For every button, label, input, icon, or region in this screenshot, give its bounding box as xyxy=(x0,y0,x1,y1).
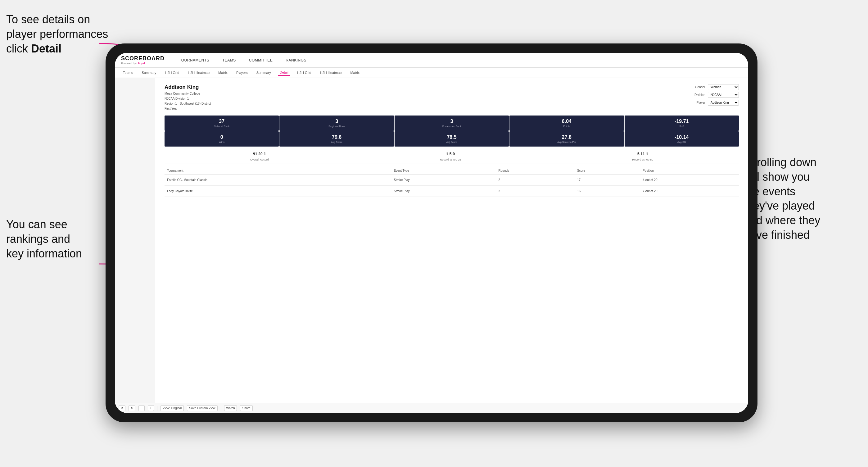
subnav-teams[interactable]: Teams xyxy=(121,70,135,75)
stats-row-1: 37 National Rank 3 Regional Rank 3 Confe… xyxy=(164,116,739,131)
record-row: 91-20-1 Overall Record 1-5-0 Record vs t… xyxy=(164,150,739,164)
subnav-players[interactable]: Players xyxy=(235,70,250,75)
watch-button[interactable]: Watch xyxy=(224,405,237,411)
annotation-detail-bold: Detail xyxy=(31,42,61,55)
stat-avg-score-label: Avg Score xyxy=(281,141,392,144)
save-custom-button[interactable]: Save Custom View xyxy=(187,405,217,411)
stat-national-rank-value: 37 xyxy=(166,119,277,124)
nav-teams[interactable]: TEAMS xyxy=(220,57,238,64)
zoom-in-button[interactable]: + xyxy=(148,405,154,411)
stat-avg-score-par-label: Avg Score to Par xyxy=(511,141,622,144)
stat-sos: -19.71 SoS xyxy=(625,116,739,131)
stat-avg-score: 79.6 Avg Score xyxy=(279,131,394,147)
tablet: SCOREBOARD Powered by clippd TOURNAMENTS… xyxy=(105,43,757,422)
row2-score: 16 xyxy=(575,186,640,197)
record-top50-label: Record vs top 50 xyxy=(632,158,653,161)
annotation-top-left: To see details on player performances cl… xyxy=(6,12,112,56)
stat-avg-score-par: 27.8 Avg Score to Par xyxy=(509,131,624,147)
stat-wins: 0 Wins xyxy=(164,131,279,147)
player-name: Addison King xyxy=(164,84,211,90)
gender-label: Gender xyxy=(695,85,705,89)
main-content: Addison King Mesa Community College NJCA… xyxy=(115,78,748,403)
stat-sos-label: SoS xyxy=(626,125,737,128)
stat-conference-rank: 3 Conference Rank xyxy=(395,116,509,131)
annotation-right: Scrolling down will show you the events … xyxy=(744,155,862,243)
annotation-bl-2: rankings and xyxy=(6,232,70,245)
toolbar-sep-2 xyxy=(221,406,221,411)
subnav-h2hheatmap[interactable]: H2H Heatmap xyxy=(186,70,211,75)
undo-button[interactable]: ↺ xyxy=(119,405,125,411)
subnav-matrix[interactable]: Matrix xyxy=(216,70,229,75)
player-controls: Gender Women Men Division NJCAA I xyxy=(694,84,739,105)
logo-scoreboard: SCOREBOARD xyxy=(121,55,164,62)
player-division: NJCAA Division 1 xyxy=(164,97,189,100)
toolbar-sep-1 xyxy=(157,406,157,411)
stat-regional-rank-label: Regional Rank xyxy=(281,125,392,128)
stat-points-value: 6.04 xyxy=(511,119,622,124)
zoom-out-button[interactable]: − xyxy=(138,405,145,411)
subnav-matrix2[interactable]: Matrix xyxy=(348,70,361,75)
stat-wins-label: Wins xyxy=(166,141,277,144)
subnav-h2hgrid[interactable]: H2H Grid xyxy=(163,70,181,75)
player-region: Region 1 - Southwest (18) District xyxy=(164,102,211,105)
player-year: First Year xyxy=(164,107,178,110)
subnav-summary[interactable]: Summary xyxy=(140,70,158,75)
row1-position: 4 out of 20 xyxy=(640,175,739,186)
tablet-screen: SCOREBOARD Powered by clippd TOURNAMENTS… xyxy=(115,53,748,413)
gender-select[interactable]: Women Men xyxy=(708,84,739,90)
subnav-detail[interactable]: Detail xyxy=(278,69,290,76)
division-select[interactable]: NJCAA I NJCAA II xyxy=(708,92,739,98)
stat-wins-value: 0 xyxy=(166,134,277,140)
stat-national-rank-label: National Rank xyxy=(166,125,277,128)
row2-rounds: 2 xyxy=(496,186,575,197)
record-top25: 1-5-0 Record vs top 25 xyxy=(440,152,461,162)
stats-row-2: 0 Wins 79.6 Avg Score 78.5 Adj Score 2 xyxy=(164,131,739,147)
annotation-bl-1: You can see xyxy=(6,218,67,231)
player-college: Mesa Community College xyxy=(164,92,200,95)
player-control: Player Addison King xyxy=(696,100,739,105)
nav-rankings[interactable]: RANKINGS xyxy=(284,57,308,64)
annotation-bl-3: key information xyxy=(6,247,82,260)
row2-position: 7 out of 20 xyxy=(640,186,739,197)
view-original-button[interactable]: View: Original xyxy=(160,405,184,411)
player-label: Player xyxy=(696,101,705,104)
division-control: Division NJCAA I NJCAA II xyxy=(694,92,739,98)
stat-adj-score: 78.5 Adj Score xyxy=(395,131,509,147)
logo-clippd: clippd xyxy=(136,62,145,65)
col-tournament: Tournament xyxy=(164,167,391,175)
col-event-type: Event Type xyxy=(391,167,496,175)
record-top25-label: Record vs top 25 xyxy=(440,158,461,161)
stat-national-rank: 37 National Rank xyxy=(164,116,279,131)
subnav-summary2[interactable]: Summary xyxy=(254,70,273,75)
logo-powered: Powered by clippd xyxy=(121,62,164,65)
screen-content: SCOREBOARD Powered by clippd TOURNAMENTS… xyxy=(115,53,748,413)
content-area: Addison King Mesa Community College NJCA… xyxy=(155,78,748,403)
division-label: Division xyxy=(694,93,705,97)
col-score: Score xyxy=(575,167,640,175)
table-row[interactable]: Lady Coyote Invite Stroke Play 2 16 7 ou… xyxy=(164,186,739,197)
nav-committee[interactable]: COMMITTEE xyxy=(247,57,275,64)
stat-adj-score-value: 78.5 xyxy=(397,134,507,140)
stat-avg-sg: -10.14 Avg SG xyxy=(625,131,739,147)
player-select[interactable]: Addison King xyxy=(708,100,739,105)
stat-sos-value: -19.71 xyxy=(626,119,737,124)
stat-avg-sg-label: Avg SG xyxy=(626,141,737,144)
row1-score: 17 xyxy=(575,175,640,186)
stat-points-label: Points xyxy=(511,125,622,128)
bottom-toolbar: ↺ ↻ − + View: Original Save Custom View … xyxy=(115,403,748,413)
tournament-table: Tournament Event Type Rounds Score Posit… xyxy=(164,167,739,197)
subnav-h2hgrid2[interactable]: H2H Grid xyxy=(295,70,313,75)
nav-tournaments[interactable]: TOURNAMENTS xyxy=(177,57,211,64)
stat-conference-rank-value: 3 xyxy=(397,119,507,124)
sidebar xyxy=(115,78,155,403)
row1-rounds: 2 xyxy=(496,175,575,186)
gender-control: Gender Women Men xyxy=(695,84,739,90)
redo-button[interactable]: ↻ xyxy=(128,405,135,411)
record-overall-value: 91-20-1 xyxy=(250,152,269,156)
row1-tournament: Estella CC- Mountain Classic xyxy=(164,175,391,186)
table-row[interactable]: Estella CC- Mountain Classic Stroke Play… xyxy=(164,175,739,186)
subnav-h2hheatmap2[interactable]: H2H Heatmap xyxy=(318,70,344,75)
share-button[interactable]: Share xyxy=(240,405,253,411)
annotation-bottom-left: You can see rankings and key information xyxy=(6,217,112,261)
stat-avg-sg-value: -10.14 xyxy=(626,134,737,140)
